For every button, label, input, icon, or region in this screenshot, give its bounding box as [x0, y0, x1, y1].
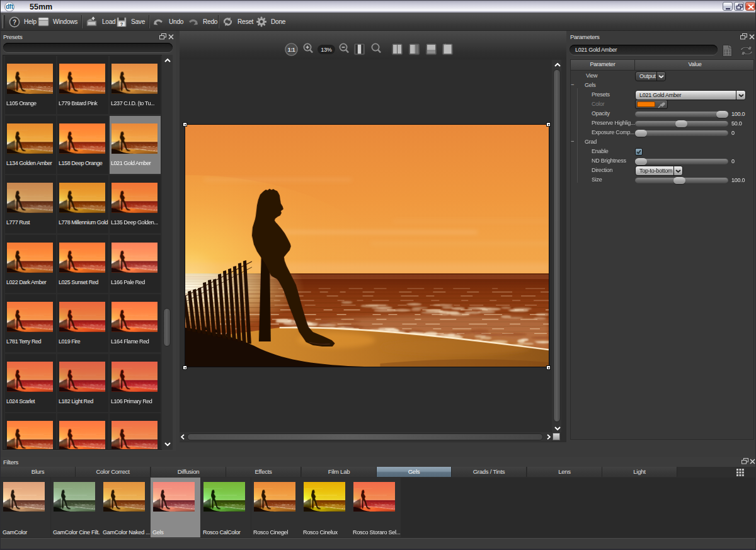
- svg-text:13%: 13%: [321, 47, 332, 53]
- svg-text:?: ?: [13, 19, 16, 26]
- svg-text:1:1: 1:1: [288, 47, 295, 53]
- svg-text:?: ?: [120, 21, 123, 26]
